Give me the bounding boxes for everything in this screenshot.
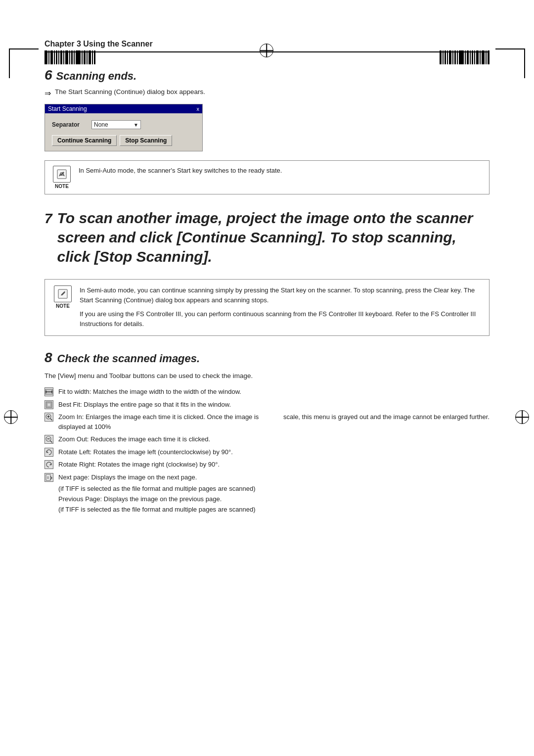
step-7-number: 7 xyxy=(44,211,52,227)
dialog-separator-row: Separator None ▼ xyxy=(52,120,195,129)
toolbar-icon-list: Fit to width: Matches the image width to… xyxy=(44,387,490,482)
step-7-title: To scan another image, project the image… xyxy=(57,208,490,266)
list-item-zoom-in: Zoom In: Enlarges the image each time it… xyxy=(44,412,490,431)
dialog-title: Start Scanning xyxy=(48,105,87,112)
content: Chapter 3 Using the Scanner 6 Scanning e… xyxy=(44,40,490,513)
note-label: NOTE xyxy=(55,184,69,189)
chapter-header: Chapter 3 Using the Scanner xyxy=(44,40,490,52)
crosshair-right xyxy=(515,410,530,425)
note-pencil-icon xyxy=(53,166,71,183)
step-7-note-icon-area: NOTE xyxy=(53,285,73,309)
svg-line-12 xyxy=(50,419,52,421)
dialog-body: Separator None ▼ Continue Scanning Stop … xyxy=(45,113,202,151)
rotate-left-icon xyxy=(44,448,53,457)
svg-rect-8 xyxy=(47,403,50,406)
step-7-note-box: NOTE In Semi-auto mode, you can continue… xyxy=(44,279,490,336)
corner-mark-tl xyxy=(9,48,39,78)
step-6-title: Scanning ends. xyxy=(56,70,137,83)
step-6-arrow-note: ⇒ The Start Scanning (Continue) dialog b… xyxy=(44,88,490,98)
dialog-separator-label: Separator xyxy=(52,121,87,128)
list-item-rotate-left: Rotate Left: Rotates the image left (cou… xyxy=(44,447,490,457)
continue-scanning-button[interactable]: Continue Scanning xyxy=(52,135,117,146)
step-6-number: 6 xyxy=(44,67,52,83)
step-6: 6 Scanning ends. ⇒ The Start Scanning (C… xyxy=(44,67,490,194)
dialog-titlebar: Start Scanning x xyxy=(45,104,202,113)
stop-scanning-button[interactable]: Stop Scanning xyxy=(120,135,172,146)
tiff-note-1: (if TIFF is selected as the file format … xyxy=(58,485,490,492)
step-8-title: Check the scanned images. xyxy=(57,352,200,365)
step-8-number: 8 xyxy=(44,350,52,366)
list-item-rotate-right: Rotate Right: Rotates the image right (c… xyxy=(44,460,490,470)
svg-rect-16 xyxy=(46,474,50,480)
next-page-text: Next page: Displays the image on the nex… xyxy=(58,472,490,482)
rotate-right-text: Rotate Right: Rotates the image right (c… xyxy=(58,460,490,470)
step-6-arrow-text: The Start Scanning (Continue) dialog box… xyxy=(55,88,205,95)
dropdown-arrow-icon: ▼ xyxy=(134,122,138,128)
dialog-separator-select[interactable]: None ▼ xyxy=(91,120,141,129)
best-fit-text: Best Fit: Displays the entire page so th… xyxy=(58,400,490,410)
step-6-note-box: NOTE In Semi-Auto mode, the scanner's St… xyxy=(44,160,490,194)
best-fit-icon xyxy=(44,400,53,409)
list-item-best-fit: Best Fit: Displays the entire page so th… xyxy=(44,400,490,410)
zoom-in-text: Zoom In: Enlarges the image each time it… xyxy=(58,412,265,431)
note-icon-area: NOTE xyxy=(52,166,72,189)
list-item-fit-width: Fit to width: Matches the image width to… xyxy=(44,387,490,397)
step-7: 7 To scan another image, project the ima… xyxy=(44,208,490,336)
zoom-in-icon xyxy=(44,413,53,422)
dialog-separator-value: None xyxy=(94,121,108,128)
step-7-note-text: In Semi-auto mode, you can continue scan… xyxy=(80,285,481,330)
step-7-note-para2: If you are using the FS Controller III, … xyxy=(80,309,481,329)
rotate-right-icon xyxy=(44,460,53,469)
step-7-note-label: NOTE xyxy=(56,303,70,309)
list-item-next-page: Next page: Displays the image on the nex… xyxy=(44,472,490,482)
list-item-zoom-out: Zoom Out: Reduces the image each time it… xyxy=(44,434,490,444)
corner-mark-tr xyxy=(495,48,525,78)
dialog-buttons: Continue Scanning Stop Scanning xyxy=(52,135,195,146)
chapter-title: Chapter 3 Using the Scanner xyxy=(44,40,153,48)
step-7-note-para1: In Semi-auto mode, you can continue scan… xyxy=(80,285,481,305)
zoom-in-sub: scale, this menu is grayed out and the i… xyxy=(283,412,490,422)
svg-line-15 xyxy=(50,441,52,443)
step-7-pencil-icon xyxy=(54,285,72,302)
step-6-note-text: In Semi-Auto mode, the scanner's Start k… xyxy=(79,166,482,176)
zoom-out-icon xyxy=(44,435,53,444)
next-page-icon xyxy=(44,473,53,482)
arrow-continue-icon: ⇒ xyxy=(44,89,51,98)
zoom-out-text: Zoom Out: Reduces the image each time it… xyxy=(58,434,490,444)
start-scanning-dialog: Start Scanning x Separator None ▼ Contin… xyxy=(44,104,203,151)
page: Chapter 3 Using the Scanner 6 Scanning e… xyxy=(0,40,534,756)
step-8-body: The [View] menu and Toolbar buttons can … xyxy=(44,371,490,381)
fit-width-icon xyxy=(44,387,53,396)
crosshair-left xyxy=(4,410,19,425)
step-6-heading: 6 Scanning ends. xyxy=(44,67,490,83)
rotate-left-text: Rotate Left: Rotates the image left (cou… xyxy=(58,447,490,457)
dialog-close-button[interactable]: x xyxy=(197,106,200,112)
prev-page-text: Previous Page: Displays the image on the… xyxy=(58,495,490,503)
fit-width-text: Fit to width: Matches the image width to… xyxy=(58,387,490,397)
step-8: 8 Check the scanned images. The [View] m… xyxy=(44,350,490,514)
tiff-note-2: (if TIFF is selected as the file format … xyxy=(58,506,490,513)
